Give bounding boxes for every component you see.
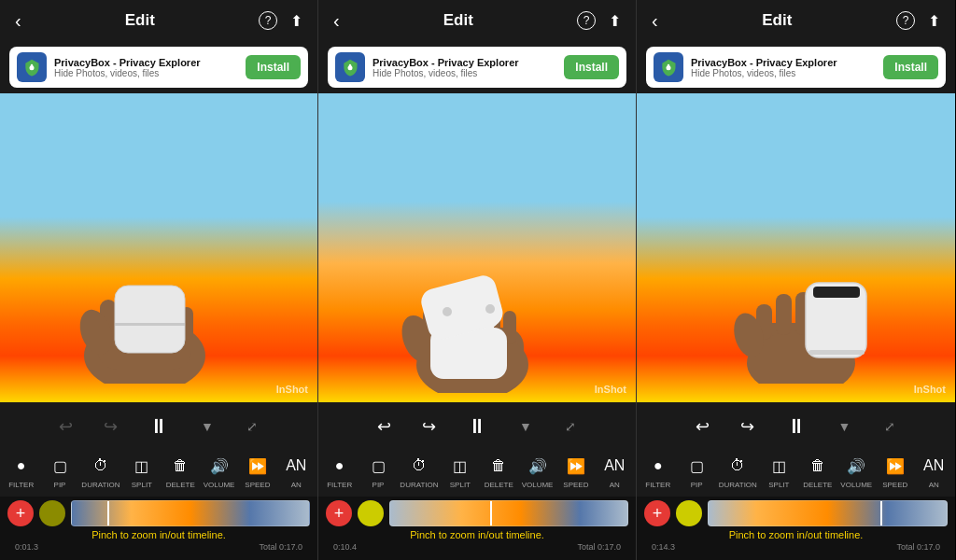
- share-icon[interactable]: ⬆: [609, 12, 621, 30]
- tool-icon-pip: ▢: [47, 453, 73, 479]
- ad-banner: PrivacyBox - Privacy Explorer Hide Photo…: [9, 47, 308, 88]
- tool-icon-pip: ▢: [683, 453, 710, 479]
- ad-subtitle: Hide Photos, videos, files: [691, 68, 876, 78]
- back-button[interactable]: ‹: [333, 10, 340, 32]
- tool-item-pip[interactable]: ▢ PIP: [43, 453, 77, 489]
- trim-icon[interactable]: ▼: [832, 413, 858, 440]
- install-button[interactable]: Install: [564, 55, 619, 79]
- tool-label-speed: SPEED: [882, 481, 907, 489]
- tool-item-split[interactable]: ◫ SPLIT: [762, 453, 795, 489]
- tool-item-split[interactable]: ◫ SPLIT: [443, 453, 477, 489]
- tool-item-delete[interactable]: 🗑 DELETE: [482, 453, 515, 489]
- undo-button[interactable]: ↩: [690, 413, 716, 440]
- tool-item-delete[interactable]: 🗑 DELETE: [801, 453, 835, 489]
- tool-item-filter[interactable]: ● FILTER: [323, 453, 357, 489]
- ad-subtitle: Hide Photos, videos, files: [54, 68, 238, 78]
- ad-title: PrivacyBox - Privacy Explorer: [691, 57, 876, 68]
- play-pause-button[interactable]: ⏸: [780, 410, 813, 443]
- header-icons: ? ⬆: [896, 11, 940, 30]
- tool-item-volume[interactable]: 🔊 VOLUME: [203, 453, 236, 489]
- tool-icon-split: ◫: [447, 453, 473, 479]
- tool-item-pip[interactable]: ▢ PIP: [680, 453, 713, 489]
- tool-icon-pip: ▢: [365, 453, 391, 479]
- add-clip-button[interactable]: +: [644, 500, 670, 526]
- controls-area: ↩ ↪ ⏸ ▼ ⤢ ● FILTER ▢ PIP ⏱ DURATION ◫ SP…: [0, 402, 317, 497]
- redo-button[interactable]: ↪: [415, 413, 442, 440]
- add-clip-button[interactable]: +: [326, 500, 352, 526]
- tool-label-volume: VOLUME: [840, 481, 872, 489]
- install-button[interactable]: Install: [883, 55, 938, 79]
- play-pause-button[interactable]: ⏸: [460, 410, 494, 443]
- add-clip-button[interactable]: +: [7, 500, 34, 526]
- install-button[interactable]: Install: [246, 55, 301, 79]
- ad-title: PrivacyBox - Privacy Explorer: [373, 57, 556, 68]
- tool-icon-speed: ⏩: [245, 453, 271, 479]
- tool-label-split: SPLIT: [768, 481, 789, 489]
- tool-item-volume[interactable]: 🔊 VOLUME: [521, 453, 555, 489]
- tool-label-speed: SPEED: [245, 481, 270, 489]
- tool-item-speed[interactable]: ⏩ SPEED: [241, 453, 274, 489]
- ad-banner: PrivacyBox - Privacy Explorer Hide Photo…: [328, 47, 626, 88]
- help-icon[interactable]: ?: [259, 11, 277, 30]
- timeline-strip[interactable]: [708, 500, 948, 526]
- tool-item-duration[interactable]: ⏱ DURATION: [81, 453, 120, 489]
- fullscreen-button[interactable]: ⤢: [877, 413, 903, 440]
- timeline-strip[interactable]: [71, 500, 310, 526]
- back-button[interactable]: ‹: [652, 10, 658, 32]
- tool-icon-split: ◫: [766, 453, 792, 479]
- play-pause-button[interactable]: ⏸: [142, 410, 176, 443]
- help-icon[interactable]: ?: [577, 11, 596, 30]
- svg-rect-36: [776, 294, 792, 335]
- tool-label-volume: VOLUME: [522, 481, 554, 489]
- watermark: InShot: [914, 384, 946, 395]
- undo-button[interactable]: ↩: [52, 413, 78, 440]
- timeline-cursor[interactable]: [880, 501, 882, 525]
- tool-item-pip[interactable]: ▢ PIP: [361, 453, 395, 489]
- tool-item-an[interactable]: AN AN: [917, 453, 950, 489]
- redo-button[interactable]: ↪: [97, 413, 123, 440]
- timeline-area: + Pinch to zoom in/out timeline. 0:14.3 …: [637, 497, 955, 560]
- tool-item-speed[interactable]: ⏩ SPEED: [879, 453, 912, 489]
- clip-dot: [358, 500, 384, 526]
- share-icon[interactable]: ⬆: [290, 12, 302, 30]
- help-icon[interactable]: ?: [896, 11, 915, 30]
- tool-icon-an: AN: [283, 453, 309, 479]
- tool-item-speed[interactable]: ⏩ SPEED: [559, 453, 593, 489]
- trim-icon[interactable]: ▼: [513, 413, 539, 440]
- tool-item-an[interactable]: AN AN: [598, 453, 631, 489]
- timeline-cursor[interactable]: [107, 501, 109, 525]
- tool-label-pip: PIP: [54, 481, 66, 489]
- ad-subtitle: Hide Photos, videos, files: [373, 68, 556, 78]
- tool-item-duration[interactable]: ⏱ DURATION: [719, 453, 757, 489]
- tool-label-delete: DELETE: [485, 481, 513, 489]
- header-icons: ? ⬆: [259, 11, 302, 30]
- tool-item-volume[interactable]: 🔊 VOLUME: [839, 453, 873, 489]
- tool-item-duration[interactable]: ⏱ DURATION: [400, 453, 438, 489]
- svg-rect-32: [668, 64, 670, 68]
- toolbar: ● FILTER ▢ PIP ⏱ DURATION ◫ SPLIT 🗑 DELE…: [0, 449, 317, 493]
- tool-item-an[interactable]: AN AN: [279, 453, 313, 489]
- clip-dot: [39, 500, 65, 526]
- back-button[interactable]: ‹: [15, 10, 21, 32]
- timeline-cursor[interactable]: [490, 501, 492, 525]
- redo-button[interactable]: ↪: [735, 413, 761, 440]
- panel-2: ‹ Edit ? ⬆ PrivacyBox - Privacy Explorer…: [318, 0, 637, 560]
- trim-icon[interactable]: ▼: [194, 413, 220, 440]
- fullscreen-button[interactable]: ⤢: [239, 413, 265, 440]
- tool-item-delete[interactable]: 🗑 DELETE: [163, 453, 197, 489]
- timeline-strip[interactable]: [389, 500, 628, 526]
- toolbar: ● FILTER ▢ PIP ⏱ DURATION ◫ SPLIT 🗑 DELE…: [318, 449, 636, 493]
- tool-label-delete: DELETE: [803, 481, 832, 489]
- share-icon[interactable]: ⬆: [928, 12, 940, 30]
- tool-label-filter: FILTER: [327, 481, 352, 489]
- undo-button[interactable]: ↩: [371, 413, 397, 440]
- svg-rect-14: [349, 64, 352, 68]
- tool-icon-filter: ●: [645, 453, 671, 479]
- tool-item-split[interactable]: ◫ SPLIT: [125, 453, 159, 489]
- tool-item-filter[interactable]: ● FILTER: [5, 453, 38, 489]
- tool-item-filter[interactable]: ● FILTER: [641, 453, 675, 489]
- timeline-area: + Pinch to zoom in/out timeline. 0:10.4 …: [318, 497, 636, 560]
- fullscreen-button[interactable]: ⤢: [557, 413, 583, 440]
- pinch-hint: Pinch to zoom in/out timeline.: [318, 526, 636, 542]
- timeline-row: +: [637, 500, 955, 526]
